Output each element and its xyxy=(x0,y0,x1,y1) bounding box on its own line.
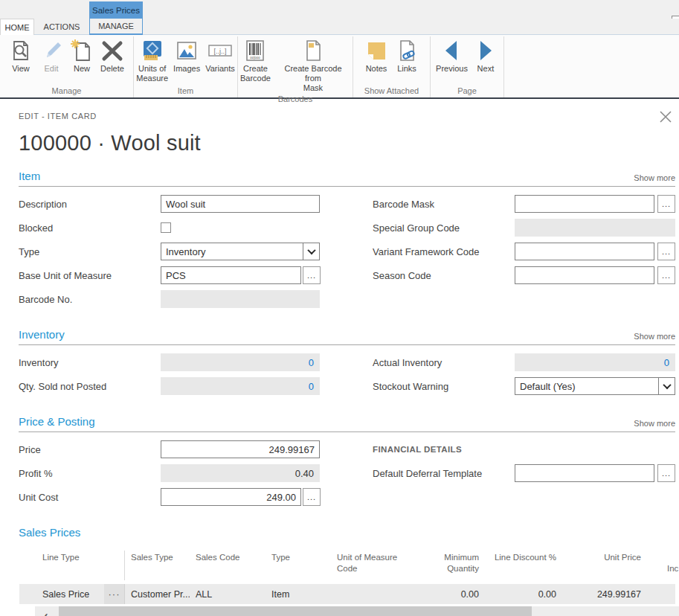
new-button-label: New xyxy=(74,64,90,74)
field-blocked: Blocked xyxy=(19,219,320,237)
col-header-type: Type xyxy=(266,551,331,580)
scrollbar-thumb[interactable] xyxy=(59,606,532,616)
price-input[interactable] xyxy=(161,440,320,458)
breadcrumb: EDIT - ITEM CARD xyxy=(19,99,675,121)
section-inventory-title[interactable]: Inventory xyxy=(19,328,65,341)
ribbon-group-label-show-attached: Show Attached xyxy=(353,86,430,97)
units-of-measure-button[interactable]: Units of Measure xyxy=(134,37,170,84)
ribbon-group-barcodes: oo|ooo Create Barcode Create Barcode fro… xyxy=(238,36,353,97)
stockout-warning-value: Default (Yes) xyxy=(515,381,576,392)
section-item-show-more[interactable]: Show more xyxy=(634,173,675,182)
images-button[interactable]: Images xyxy=(171,37,202,74)
chevron-down-icon xyxy=(303,243,319,260)
new-button[interactable]: New xyxy=(67,37,97,74)
scroll-left-icon[interactable]: ‹ xyxy=(35,606,57,616)
field-season-code: Season Code ... xyxy=(373,266,675,284)
col-header-line-discount-pct: Line Discount % xyxy=(485,551,562,580)
edit-pencil-icon xyxy=(39,38,64,63)
tab-home[interactable]: HOME xyxy=(0,19,34,35)
field-actual-inventory-label: Actual Inventory xyxy=(373,357,515,368)
notes-sticky-icon xyxy=(364,38,389,63)
section-price-posting-title[interactable]: Price & Posting xyxy=(19,415,95,428)
edit-button[interactable]: Edit xyxy=(36,37,66,74)
profit-pct-readonly: 0.40 xyxy=(161,464,320,482)
sales-prices-header-row: Line Type Sales Type Sales Code Type Uni… xyxy=(19,551,675,580)
notes-button[interactable]: Notes xyxy=(361,37,391,74)
field-stockout-warning: Stockout Warning Default (Yes) xyxy=(373,377,675,395)
section-item-title[interactable]: Item xyxy=(19,170,40,182)
scroll-right-icon[interactable]: › xyxy=(674,606,679,616)
cell-minimum-quantity: 0.00 xyxy=(416,589,485,600)
previous-button[interactable]: Previous xyxy=(434,37,470,74)
cell-sales-code: ALL xyxy=(190,589,266,600)
field-base-uom-label: Base Unit of Measure xyxy=(19,270,161,281)
base-uom-input[interactable] xyxy=(161,266,301,284)
item-card-window: Sales Prices HOME ACTIONS MANAGE xyxy=(0,0,679,616)
default-deferral-template-lookup-button[interactable]: ... xyxy=(657,464,675,482)
horizontal-scrollbar[interactable]: ‹ › xyxy=(35,606,679,616)
field-stockout-warning-label: Stockout Warning xyxy=(373,381,515,392)
barcode-mask-lookup-button[interactable]: ... xyxy=(657,195,675,213)
field-barcode-mask-label: Barcode Mask xyxy=(373,199,515,210)
create-barcode-from-mask-button[interactable]: Create Barcode from Mask xyxy=(274,37,353,94)
season-code-input[interactable] xyxy=(515,266,654,284)
field-unit-cost-label: Unit Cost xyxy=(19,492,161,503)
field-barcode-no-label: Barcode No. xyxy=(19,294,161,305)
unit-cost-input[interactable] xyxy=(161,488,301,506)
variant-framework-code-lookup-button[interactable]: ... xyxy=(657,243,675,260)
ribbon-tab-row: HOME ACTIONS MANAGE xyxy=(0,19,679,35)
blocked-checkbox[interactable] xyxy=(161,222,171,233)
field-description: Description xyxy=(19,195,320,213)
view-button[interactable]: View xyxy=(6,37,36,74)
section-sales-prices-title[interactable]: Sales Prices xyxy=(19,526,80,539)
field-base-unit-of-measure: Base Unit of Measure ... xyxy=(19,266,320,284)
base-uom-lookup-button[interactable]: ... xyxy=(303,266,321,284)
col-header-uom-code: Unit of Measure Code xyxy=(331,551,416,580)
view-button-label: View xyxy=(12,64,30,74)
unit-cost-lookup-button[interactable]: ... xyxy=(303,488,321,506)
ribbon-group-label-item: Item xyxy=(134,86,237,97)
type-select-value: Inventory xyxy=(161,246,205,257)
variants-button[interactable]: [..j..] Variants xyxy=(203,37,237,74)
col-header-unit-price: Unit Price xyxy=(562,551,647,580)
tab-actions[interactable]: ACTIONS xyxy=(34,19,89,35)
barcode-mask-input[interactable] xyxy=(515,195,654,213)
tab-manage[interactable]: MANAGE xyxy=(89,19,143,35)
field-variant-framework-code: Variant Framework Code ... xyxy=(373,243,675,260)
ribbon-group-label-manage: Manage xyxy=(0,86,133,97)
inventory-readonly: 0 xyxy=(161,353,320,371)
next-arrow-icon xyxy=(473,38,498,63)
create-barcode-button-label: Create Barcode xyxy=(240,64,271,83)
section-inventory-show-more[interactable]: Show more xyxy=(634,332,675,341)
delete-button[interactable]: Delete xyxy=(97,37,127,74)
ribbon-group-item: Units of Measure Images xyxy=(134,36,238,97)
cell-line-discount-pct: 0.00 xyxy=(485,589,562,600)
stockout-warning-select[interactable]: Default (Yes) xyxy=(515,377,675,395)
sales-prices-row[interactable]: Sales Price ··· Customer Pr... ALL Item … xyxy=(19,584,675,604)
variants-icon: [..j..] xyxy=(207,38,233,63)
type-select[interactable]: Inventory xyxy=(161,243,320,260)
variant-framework-code-input[interactable] xyxy=(515,243,654,260)
col-header-sales-code: Sales Code xyxy=(190,551,266,580)
close-button[interactable] xyxy=(657,109,674,125)
description-input[interactable] xyxy=(161,195,320,213)
cell-unit-price: 249.99167 xyxy=(562,589,647,600)
next-button[interactable]: Next xyxy=(471,37,501,74)
field-profit-pct-label: Profit % xyxy=(19,468,161,479)
section-inventory: Inventory Show more Inventory 0 Qty. Sol… xyxy=(19,328,675,401)
ribbon-body: View Edit xyxy=(0,35,679,97)
delete-x-icon xyxy=(100,38,125,63)
field-default-deferral-template-label: Default Deferral Template xyxy=(373,468,515,479)
section-price-posting: Price & Posting Show more Price Profit %… xyxy=(19,415,675,512)
page-title: 100000 · Wool suit xyxy=(19,131,675,155)
field-description-label: Description xyxy=(19,199,161,210)
create-barcode-button[interactable]: oo|ooo Create Barcode xyxy=(238,37,273,84)
col-header-sales-type: Sales Type xyxy=(125,551,190,580)
next-button-label: Next xyxy=(477,64,495,74)
default-deferral-template-input[interactable] xyxy=(515,464,654,482)
row-menu-button[interactable]: ··· xyxy=(104,584,125,604)
field-unit-cost: Unit Cost ... xyxy=(19,488,320,506)
season-code-lookup-button[interactable]: ... xyxy=(657,266,675,284)
section-price-posting-show-more[interactable]: Show more xyxy=(634,419,675,428)
links-button[interactable]: Links xyxy=(392,37,422,74)
